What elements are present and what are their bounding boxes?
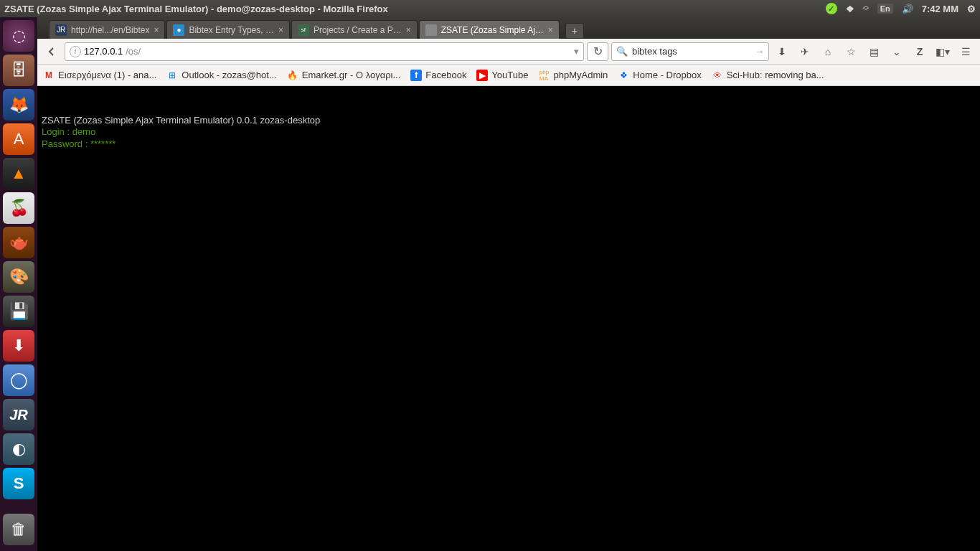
bookmark-label: Sci-Hub: removing ba... [727,70,824,80]
bookmark-label: YouTube [491,70,528,80]
clock[interactable]: 7:42 MM [922,4,958,14]
bookmarks-toolbar: MΕισερχόμενα (1) - ana... ⊞Outlook - zoz… [37,65,980,86]
zotero-button[interactable]: Z [910,42,930,62]
launcher-jabref[interactable]: JR [3,399,34,430]
reload-button[interactable]: ↻ [587,42,608,61]
bookmark-scihub[interactable]: 👁Sci-Hub: removing ba... [712,70,824,81]
launcher-trash[interactable]: 🗑 [3,514,34,545]
emarket-icon: 🔥 [287,70,298,81]
pocket-button[interactable]: ⌄ [887,42,907,62]
plus-icon: + [572,25,578,37]
dropbox-icon: ❖ [618,70,629,81]
new-tab-button[interactable]: + [565,23,584,39]
scihub-icon: 👁 [712,70,723,81]
bookmark-phpmyadmin[interactable]: phpMAphpMyAdmin [538,70,608,81]
bookmarks-list-button[interactable]: ▤ [864,42,884,62]
sidebar-button[interactable]: ◧▾ [933,42,953,62]
close-icon[interactable]: × [278,25,283,35]
search-go-icon[interactable]: → [755,46,764,57]
reload-icon: ↻ [593,44,603,58]
ubuntu-icon: ◌ [12,27,26,45]
teapot-icon: 🫖 [9,233,29,252]
launcher-scanner[interactable]: ◐ [3,433,34,465]
tab-bibtex-help[interactable]: JR http://hel.../en/Bibtex × [49,20,165,39]
bookmark-gmail[interactable]: MΕισερχόμενα (1) - ana... [43,70,156,81]
tab-sourceforge-projects[interactable]: sf Projects / Create a P… × [291,20,418,39]
launcher-files[interactable]: 🗄 [3,55,34,86]
volume-icon[interactable]: 🔊 [902,4,913,14]
jabref-icon: JR [9,407,28,423]
home-button[interactable]: ⌂ [818,42,838,62]
gimp-icon: 🎨 [9,268,29,286]
close-icon[interactable]: × [154,25,159,35]
tab-bibtex-entry-types[interactable]: ● Bibtex Entry Types, … × [166,20,290,39]
sync-ok-icon[interactable]: ✓ [826,3,837,14]
close-icon[interactable]: × [548,25,553,35]
launcher-chromium[interactable]: ◯ [3,364,34,396]
close-icon[interactable]: × [406,25,411,35]
bookmark-outlook[interactable]: ⊞Outlook - zozas@hot... [166,70,276,81]
bookmark-label: Facebook [425,70,466,80]
chromium-icon: ◯ [10,371,28,390]
gmail-icon: M [43,70,55,81]
bookmark-label: Outlook - zozas@hot... [182,70,276,80]
back-arrow-icon [46,46,57,57]
back-button[interactable] [42,42,62,62]
launcher-gimp[interactable]: 🎨 [3,261,34,293]
downloads-button[interactable]: ⬇ [772,42,792,62]
system-gear-icon[interactable]: ⚙ [967,4,976,14]
youtube-icon: ▶ [476,70,488,81]
search-bar[interactable]: 🔍 bibtex tags → [611,42,769,61]
launcher-skype[interactable]: S [3,468,34,499]
tab-zsate[interactable]: ZSATE (Zozas Simple Aj… × [419,20,560,39]
tab-label: ZSATE (Zozas Simple Aj… [441,25,544,35]
download-arrow-icon: ⬇ [778,46,786,57]
window-title: ZSATE (Zozas Simple Ajax Terminal Emulat… [4,4,826,14]
url-dropdown-icon[interactable]: ▾ [574,46,579,57]
launcher-firefox[interactable]: 🦊 [3,89,34,121]
scanner-icon: ◐ [12,440,26,458]
sidebar-icon: ◧▾ [936,46,950,57]
pocket-icon: ⌄ [892,46,901,57]
url-bar[interactable]: i 127.0.0.1/os/ ▾ [65,42,584,61]
vlc-icon: ▲ [11,164,27,183]
tab-label: Projects / Create a P… [314,25,402,35]
bookmark-label: Εισερχόμενα (1) - ana... [58,70,156,80]
sourceforge-favicon-icon: sf [298,24,309,36]
terminal-password-value: ******* [90,138,116,149]
keyboard-layout-indicator[interactable]: En [877,4,893,14]
bookmark-label: Emarket.gr - Ο λογαρι... [302,70,401,80]
list-icon: ▤ [870,46,879,57]
launcher-cherrytree[interactable]: 🍒 [3,192,34,224]
launcher-software-center[interactable]: A [3,123,34,155]
cherry-icon: 🍒 [9,199,29,217]
bookmark-facebook[interactable]: fFacebook [410,70,466,81]
tab-label: http://hel.../en/Bibtex [71,25,149,35]
launcher-vlc[interactable]: ▲ [3,158,34,189]
navigation-toolbar: i 127.0.0.1/os/ ▾ ↻ 🔍 bibtex tags → ⬇ ✈ … [37,39,980,65]
disk-icon: 💾 [9,302,29,321]
wifi-icon[interactable]: ⌔ [863,4,869,14]
launcher-teapot[interactable]: 🫖 [3,227,34,258]
zotero-icon: Z [917,46,923,57]
skype-icon: S [14,474,24,493]
tab-strip: JR http://hel.../en/Bibtex × ● Bibtex En… [37,17,980,39]
site-favicon-icon: ● [173,24,184,36]
bookmark-emarket[interactable]: 🔥Emarket.gr - Ο λογαρι... [287,70,401,81]
url-host: 127.0.0.1 [84,46,123,57]
launcher-downloads[interactable]: ⬇ [3,330,34,362]
terminal-password-label: Password : [42,138,90,149]
firefox-window: JR http://hel.../en/Bibtex × ● Bibtex En… [37,17,980,551]
dropbox-icon[interactable]: ❖ [846,4,854,14]
launcher-disks[interactable]: 💾 [3,296,34,327]
send-button[interactable]: ✈ [795,42,815,62]
launcher-ubuntu-dash[interactable]: ◌ [3,20,34,52]
bookmark-dropbox[interactable]: ❖Home - Dropbox [618,70,701,81]
bookmark-star-button[interactable]: ☆ [841,42,861,62]
identity-icon[interactable]: i [70,46,81,57]
hamburger-menu-button[interactable]: ☰ [956,42,976,62]
terminal-emulator[interactable]: ZSATE (Zozas Simple Ajax Terminal Emulat… [37,86,980,551]
search-icon: 🔍 [616,46,628,57]
trash-icon: 🗑 [11,520,27,539]
bookmark-youtube[interactable]: ▶YouTube [476,70,528,81]
